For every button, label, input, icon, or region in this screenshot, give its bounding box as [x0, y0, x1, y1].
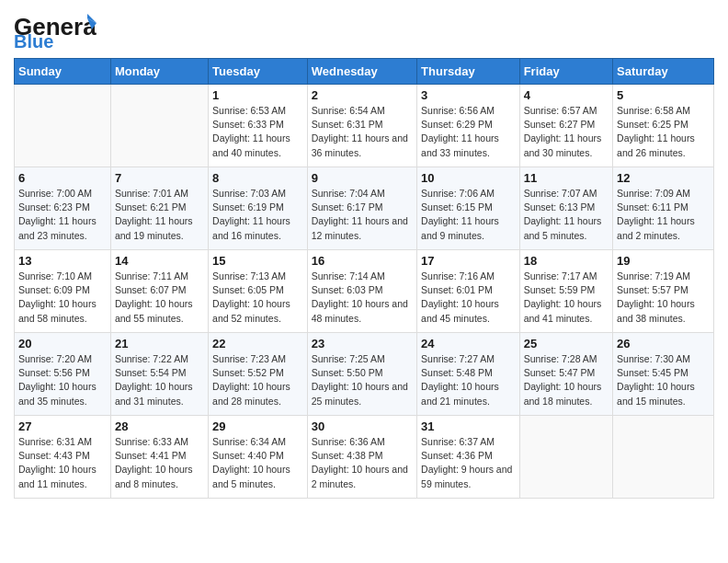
- day-cell: 30Sunrise: 6:36 AMSunset: 4:38 PMDayligh…: [307, 416, 416, 499]
- day-info: Sunrise: 7:14 AMSunset: 6:03 PMDaylight:…: [312, 270, 413, 326]
- day-number: 30: [312, 419, 413, 433]
- day-info: Sunrise: 7:09 AMSunset: 6:11 PMDaylight:…: [617, 187, 710, 243]
- day-cell: 27Sunrise: 6:31 AMSunset: 4:43 PMDayligh…: [15, 416, 111, 499]
- day-number: 20: [18, 337, 107, 350]
- day-cell: 4Sunrise: 6:57 AMSunset: 6:27 PMDaylight…: [519, 85, 612, 167]
- weekday-header-thursday: Thursday: [417, 59, 520, 85]
- day-number: 27: [18, 419, 107, 433]
- day-cell: 7Sunrise: 7:01 AMSunset: 6:21 PMDaylight…: [110, 167, 208, 250]
- day-number: 15: [212, 254, 303, 268]
- day-info: Sunrise: 7:11 AMSunset: 6:07 PMDaylight:…: [115, 270, 204, 326]
- day-number: 1: [212, 88, 303, 102]
- day-info: Sunrise: 7:13 AMSunset: 6:05 PMDaylight:…: [212, 270, 303, 326]
- day-number: 3: [421, 88, 516, 102]
- day-info: Sunrise: 6:54 AMSunset: 6:31 PMDaylight:…: [312, 104, 413, 160]
- day-cell: 8Sunrise: 7:03 AMSunset: 6:19 PMDaylight…: [209, 167, 308, 250]
- day-cell: [15, 85, 111, 167]
- day-info: Sunrise: 7:07 AMSunset: 6:13 PMDaylight:…: [524, 187, 609, 243]
- day-cell: 14Sunrise: 7:11 AMSunset: 6:07 PMDayligh…: [110, 250, 208, 333]
- day-info: Sunrise: 7:17 AMSunset: 5:59 PMDaylight:…: [524, 270, 609, 326]
- day-number: 19: [617, 254, 710, 268]
- day-cell: 17Sunrise: 7:16 AMSunset: 6:01 PMDayligh…: [417, 250, 520, 333]
- day-info: Sunrise: 7:06 AMSunset: 6:15 PMDaylight:…: [421, 187, 516, 243]
- day-info: Sunrise: 6:33 AMSunset: 4:41 PMDaylight:…: [115, 435, 204, 491]
- day-info: Sunrise: 7:19 AMSunset: 5:57 PMDaylight:…: [617, 270, 710, 326]
- day-number: 23: [312, 337, 413, 350]
- calendar-table: SundayMondayTuesdayWednesdayThursdayFrid…: [14, 58, 714, 499]
- day-cell: 15Sunrise: 7:13 AMSunset: 6:05 PMDayligh…: [209, 250, 308, 333]
- day-number: 16: [312, 254, 413, 268]
- day-number: 14: [115, 254, 204, 268]
- day-number: 31: [421, 419, 516, 433]
- weekday-header-saturday: Saturday: [613, 59, 714, 85]
- weekday-header-wednesday: Wednesday: [307, 59, 416, 85]
- day-cell: 20Sunrise: 7:20 AMSunset: 5:56 PMDayligh…: [15, 333, 111, 416]
- day-cell: 11Sunrise: 7:07 AMSunset: 6:13 PMDayligh…: [519, 167, 612, 250]
- svg-text:Blue: Blue: [14, 31, 53, 48]
- day-number: 12: [617, 171, 710, 185]
- week-row-3: 13Sunrise: 7:10 AMSunset: 6:09 PMDayligh…: [15, 250, 714, 333]
- day-cell: 9Sunrise: 7:04 AMSunset: 6:17 PMDaylight…: [307, 167, 416, 250]
- day-number: 13: [18, 254, 107, 268]
- day-info: Sunrise: 7:10 AMSunset: 6:09 PMDaylight:…: [18, 270, 107, 326]
- day-number: 22: [212, 337, 303, 350]
- day-number: 8: [212, 171, 303, 185]
- day-cell: 24Sunrise: 7:27 AMSunset: 5:48 PMDayligh…: [417, 333, 520, 416]
- day-cell: 26Sunrise: 7:30 AMSunset: 5:45 PMDayligh…: [613, 333, 714, 416]
- day-cell: [613, 416, 714, 499]
- day-cell: 1Sunrise: 6:53 AMSunset: 6:33 PMDaylight…: [209, 85, 308, 167]
- logo-icon: General Blue: [14, 9, 97, 48]
- day-cell: 29Sunrise: 6:34 AMSunset: 4:40 PMDayligh…: [209, 416, 308, 499]
- day-cell: [519, 416, 612, 499]
- day-cell: 3Sunrise: 6:56 AMSunset: 6:29 PMDaylight…: [417, 85, 520, 167]
- day-number: 17: [421, 254, 516, 268]
- day-cell: 19Sunrise: 7:19 AMSunset: 5:57 PMDayligh…: [613, 250, 714, 333]
- day-number: 5: [617, 88, 710, 102]
- day-number: 29: [212, 419, 303, 433]
- day-cell: 13Sunrise: 7:10 AMSunset: 6:09 PMDayligh…: [15, 250, 111, 333]
- day-number: 7: [115, 171, 204, 185]
- day-number: 11: [524, 171, 609, 185]
- day-info: Sunrise: 7:27 AMSunset: 5:48 PMDaylight:…: [421, 352, 516, 408]
- day-info: Sunrise: 7:28 AMSunset: 5:47 PMDaylight:…: [524, 352, 609, 408]
- weekday-header-tuesday: Tuesday: [209, 59, 308, 85]
- day-cell: 31Sunrise: 6:37 AMSunset: 4:36 PMDayligh…: [417, 416, 520, 499]
- day-cell: 10Sunrise: 7:06 AMSunset: 6:15 PMDayligh…: [417, 167, 520, 250]
- day-info: Sunrise: 6:53 AMSunset: 6:33 PMDaylight:…: [212, 104, 303, 160]
- day-info: Sunrise: 7:16 AMSunset: 6:01 PMDaylight:…: [421, 270, 516, 326]
- day-info: Sunrise: 7:23 AMSunset: 5:52 PMDaylight:…: [212, 352, 303, 408]
- day-number: 10: [421, 171, 516, 185]
- day-info: Sunrise: 6:34 AMSunset: 4:40 PMDaylight:…: [212, 435, 303, 491]
- day-info: Sunrise: 6:31 AMSunset: 4:43 PMDaylight:…: [18, 435, 107, 491]
- day-cell: 25Sunrise: 7:28 AMSunset: 5:47 PMDayligh…: [519, 333, 612, 416]
- day-number: 26: [617, 337, 710, 350]
- day-info: Sunrise: 6:57 AMSunset: 6:27 PMDaylight:…: [524, 104, 609, 160]
- day-cell: [110, 85, 208, 167]
- day-cell: 12Sunrise: 7:09 AMSunset: 6:11 PMDayligh…: [613, 167, 714, 250]
- day-cell: 5Sunrise: 6:58 AMSunset: 6:25 PMDaylight…: [613, 85, 714, 167]
- day-info: Sunrise: 7:04 AMSunset: 6:17 PMDaylight:…: [312, 187, 413, 243]
- week-row-5: 27Sunrise: 6:31 AMSunset: 4:43 PMDayligh…: [15, 416, 714, 499]
- day-cell: 2Sunrise: 6:54 AMSunset: 6:31 PMDaylight…: [307, 85, 416, 167]
- day-number: 25: [524, 337, 609, 350]
- day-number: 9: [312, 171, 413, 185]
- day-number: 21: [115, 337, 204, 350]
- week-row-4: 20Sunrise: 7:20 AMSunset: 5:56 PMDayligh…: [15, 333, 714, 416]
- day-cell: 6Sunrise: 7:00 AMSunset: 6:23 PMDaylight…: [15, 167, 111, 250]
- day-cell: 28Sunrise: 6:33 AMSunset: 4:41 PMDayligh…: [110, 416, 208, 499]
- week-row-1: 1Sunrise: 6:53 AMSunset: 6:33 PMDaylight…: [15, 85, 714, 167]
- day-info: Sunrise: 7:03 AMSunset: 6:19 PMDaylight:…: [212, 187, 303, 243]
- weekday-header-sunday: Sunday: [15, 59, 111, 85]
- day-number: 24: [421, 337, 516, 350]
- weekday-header-friday: Friday: [519, 59, 612, 85]
- day-cell: 16Sunrise: 7:14 AMSunset: 6:03 PMDayligh…: [307, 250, 416, 333]
- day-info: Sunrise: 7:01 AMSunset: 6:21 PMDaylight:…: [115, 187, 204, 243]
- day-cell: 22Sunrise: 7:23 AMSunset: 5:52 PMDayligh…: [209, 333, 308, 416]
- day-number: 4: [524, 88, 609, 102]
- day-number: 18: [524, 254, 609, 268]
- day-info: Sunrise: 6:37 AMSunset: 4:36 PMDaylight:…: [421, 435, 516, 491]
- day-info: Sunrise: 6:56 AMSunset: 6:29 PMDaylight:…: [421, 104, 516, 160]
- day-info: Sunrise: 7:25 AMSunset: 5:50 PMDaylight:…: [312, 352, 413, 408]
- day-cell: 18Sunrise: 7:17 AMSunset: 5:59 PMDayligh…: [519, 250, 612, 333]
- week-row-2: 6Sunrise: 7:00 AMSunset: 6:23 PMDaylight…: [15, 167, 714, 250]
